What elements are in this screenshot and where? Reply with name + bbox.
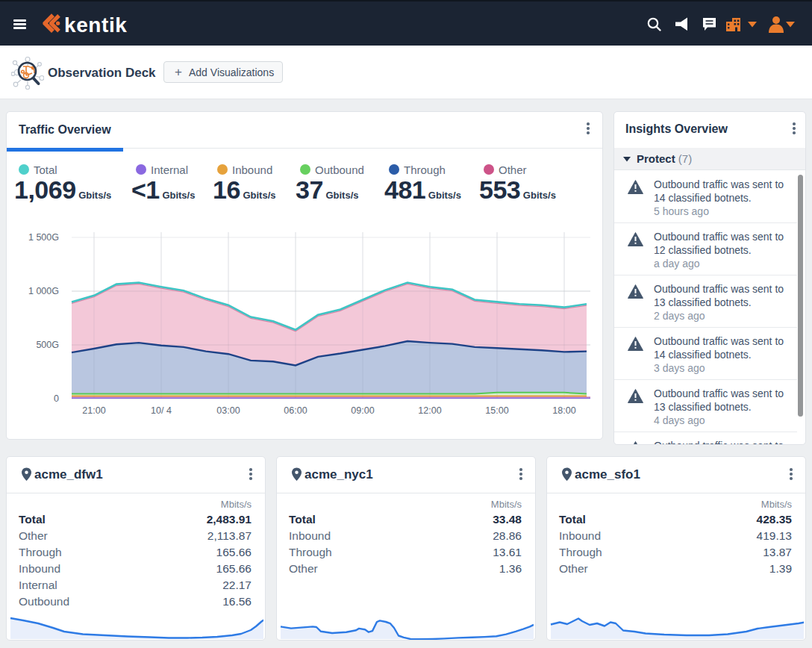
svg-text:0: 0 (54, 393, 59, 404)
svg-text:10/ 4: 10/ 4 (151, 405, 172, 416)
svg-text:18:00: 18:00 (552, 405, 575, 416)
svg-text:500G: 500G (36, 340, 59, 350)
svg-text:12:00: 12:00 (418, 405, 441, 416)
svg-text:03:00: 03:00 (216, 405, 240, 416)
svg-text:09:00: 09:00 (351, 405, 374, 416)
svg-text:kentik: kentik (64, 13, 128, 36)
svg-text:15:00: 15:00 (485, 405, 508, 416)
svg-text:1 500G: 1 500G (28, 232, 59, 243)
svg-text:06:00: 06:00 (284, 405, 307, 416)
svg-text:1 000G: 1 000G (28, 286, 59, 296)
svg-text:21:00: 21:00 (82, 405, 105, 416)
